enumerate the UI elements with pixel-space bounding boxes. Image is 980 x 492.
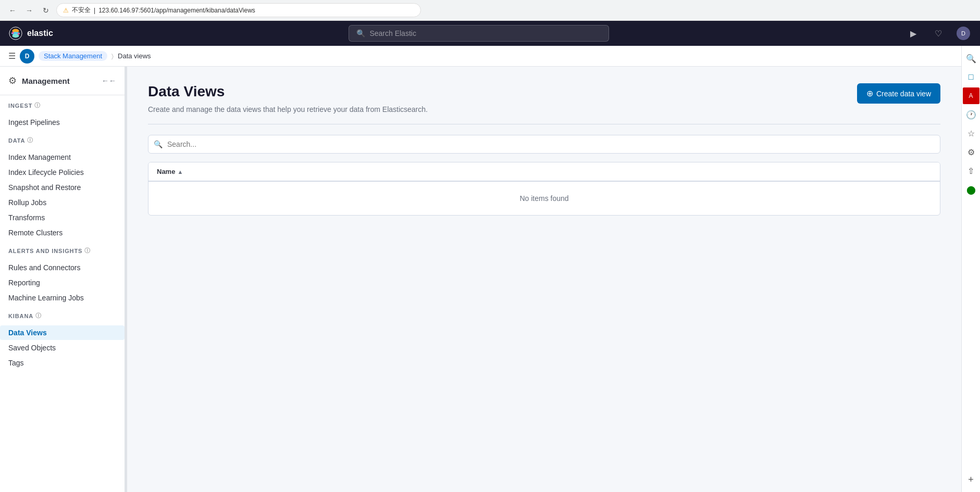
chrome-history-icon[interactable]: 🕐 (963, 106, 979, 123)
global-search-bar[interactable]: 🔍 Search Elastic (349, 25, 609, 42)
sidebar-item-rollup-jobs[interactable]: Rollup Jobs (0, 195, 125, 210)
data-views-search-input[interactable] (148, 135, 940, 154)
create-button-label: Create data view (876, 90, 931, 98)
breadcrumb-separator: 〉 (111, 53, 114, 60)
sidebar-item-tags[interactable]: Tags (0, 356, 125, 370)
elastic-logo[interactable]: elastic (8, 26, 53, 41)
hamburger-menu-button[interactable]: ☰ (8, 51, 16, 61)
data-help-icon: ⓘ (27, 136, 33, 144)
user-avatar: D (20, 49, 34, 64)
address-bar: ⚠ 不安全 | 123.60.146.97:5601/app/managemen… (56, 3, 421, 17)
refresh-button[interactable]: ↻ (40, 4, 52, 17)
sidebar-section-kibana: Kibana ⓘ (0, 306, 125, 325)
elastic-logo-text: elastic (27, 29, 53, 38)
elastic-logo-icon (8, 26, 23, 41)
search-bar-container: 🔍 Search Elastic (59, 25, 899, 42)
sidebar: ⚙ Management ←← Ingest ⓘ Ingest Pipeline… (0, 67, 125, 492)
chrome-user-icon[interactable]: A (963, 87, 979, 104)
security-warning-icon: ⚠ (63, 7, 69, 14)
sidebar-item-rules-connectors[interactable]: Rules and Connectors (0, 260, 125, 275)
sidebar-item-reporting[interactable]: Reporting (0, 275, 125, 290)
sidebar-section-title-alerts: Alerts and Insights ⓘ (8, 247, 116, 255)
table-search-icon: 🔍 (154, 140, 163, 148)
page-header-left: Data Views Create and manage the data vi… (148, 83, 428, 113)
chrome-extensions-icon[interactable]: □ (963, 69, 979, 85)
ingest-help-icon: ⓘ (34, 102, 41, 109)
sidebar-item-ingest-pipelines[interactable]: Ingest Pipelines (0, 115, 125, 130)
breadcrumb-current: Data views (118, 52, 151, 60)
help-icon-btn[interactable]: ▶ (905, 25, 922, 42)
forward-button[interactable]: → (23, 4, 35, 17)
sidebar-collapse-button[interactable]: ←← (102, 77, 116, 85)
page-header: Data Views Create and manage the data vi… (148, 83, 940, 113)
sidebar-item-index-lifecycle-policies[interactable]: Index Lifecycle Policies (0, 165, 125, 180)
page-title: Data Views (148, 83, 428, 100)
sidebar-section-ingest: Ingest ⓘ (0, 95, 125, 115)
browser-bar: ← → ↻ ⚠ 不安全 | 123.60.146.97:5601/app/man… (0, 0, 980, 21)
main-layout: ⚙ Management ←← Ingest ⓘ Ingest Pipeline… (0, 67, 980, 492)
main-content: Data Views Create and manage the data vi… (127, 67, 961, 492)
sidebar-item-snapshot-restore[interactable]: Snapshot and Restore (0, 180, 125, 195)
notifications-icon-btn[interactable]: ♡ (930, 25, 947, 42)
user-avatar-btn[interactable]: D (955, 25, 972, 42)
breadcrumb-bar: ☰ D Stack Management 〉 Data views (0, 46, 980, 67)
data-views-table: Name ▲ No items found (148, 162, 940, 216)
url-separator: | (94, 7, 95, 14)
chrome-green-icon[interactable]: ⬤ (963, 181, 979, 198)
alerts-help-icon: ⓘ (84, 247, 91, 255)
sidebar-section-title-data: Data ⓘ (8, 136, 116, 144)
chrome-share-icon[interactable]: ⇧ (963, 162, 979, 179)
name-column-header[interactable]: Name ▲ (157, 168, 183, 175)
search-container: 🔍 (148, 135, 940, 154)
nav-icons: ▶ ♡ D (905, 25, 972, 42)
table-empty-message: No items found (148, 181, 940, 215)
table-header: Name ▲ (148, 162, 940, 181)
sidebar-item-data-views[interactable]: Data Views (0, 325, 125, 340)
sidebar-item-saved-objects[interactable]: Saved Objects (0, 340, 125, 355)
right-chrome-panel: 🔍 □ A 🕐 ☆ ⚙ ⇧ ⬤ + (961, 46, 980, 492)
kibana-help-icon: ⓘ (35, 312, 42, 320)
sidebar-title: Management (22, 77, 70, 85)
back-button[interactable]: ← (6, 4, 19, 17)
header-divider (148, 124, 940, 124)
chrome-search-icon[interactable]: 🔍 (963, 50, 979, 67)
plus-icon: ⊕ (866, 89, 873, 98)
chrome-bookmark-icon[interactable]: ☆ (963, 125, 979, 142)
page-description: Create and manage the data views that he… (148, 105, 428, 113)
sidebar-item-ml-jobs[interactable]: Machine Learning Jobs (0, 291, 125, 305)
create-data-view-button[interactable]: ⊕ Create data view (857, 83, 940, 104)
sidebar-section-alerts: Alerts and Insights ⓘ (0, 241, 125, 260)
chrome-settings-icon[interactable]: ⚙ (963, 144, 979, 160)
sidebar-header: ⚙ Management ←← (0, 67, 125, 95)
management-gear-icon: ⚙ (8, 75, 17, 86)
sidebar-section-title-kibana: Kibana ⓘ (8, 312, 116, 320)
sidebar-section-title-ingest: Ingest ⓘ (8, 102, 116, 109)
sidebar-item-remote-clusters[interactable]: Remote Clusters (0, 225, 125, 240)
warning-text: 不安全 (72, 6, 91, 15)
svg-point-5 (18, 33, 20, 35)
search-placeholder: Search Elastic (369, 29, 416, 37)
sidebar-item-index-management[interactable]: Index Management (0, 150, 125, 165)
sidebar-section-data: Data ⓘ (0, 130, 125, 149)
sidebar-item-transforms[interactable]: Transforms (0, 210, 125, 225)
elastic-top-nav: elastic 🔍 Search Elastic ▶ ♡ D (0, 21, 980, 46)
svg-point-4 (12, 32, 14, 34)
breadcrumb-stack-management[interactable]: Stack Management (39, 51, 107, 61)
chrome-plus-icon[interactable]: + (963, 471, 979, 488)
url-text: 123.60.146.97:5601/app/management/kibana… (98, 7, 255, 14)
sort-asc-icon: ▲ (177, 169, 183, 175)
search-icon: 🔍 (356, 29, 365, 37)
